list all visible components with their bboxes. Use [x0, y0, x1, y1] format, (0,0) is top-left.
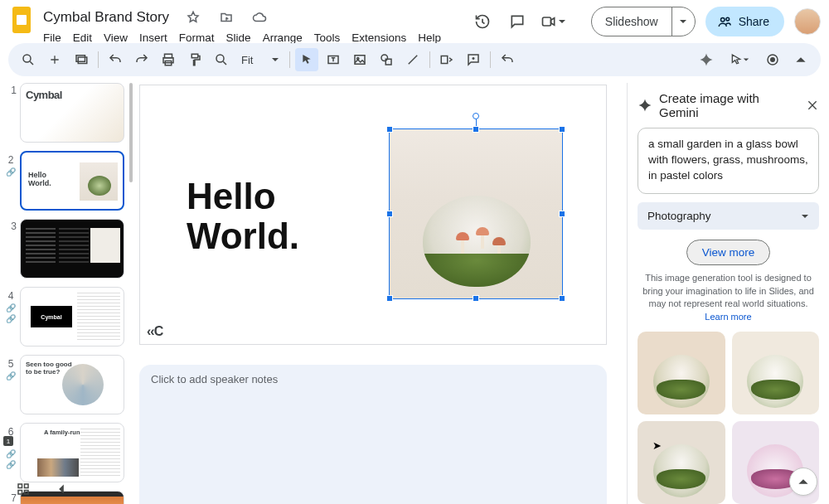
slide-canvas[interactable]: HelloWorld. ‹‹C: [139, 85, 607, 345]
svg-point-15: [381, 55, 388, 61]
resize-handle[interactable]: [386, 295, 393, 302]
speaker-notes[interactable]: Click to add speaker notes: [139, 365, 607, 504]
cloud-status-icon[interactable]: [247, 5, 272, 30]
new-slide-layout-icon[interactable]: [70, 48, 93, 71]
selected-image[interactable]: [389, 128, 563, 299]
undo-icon[interactable]: [104, 48, 127, 71]
resize-handle[interactable]: [386, 126, 393, 133]
link-icon: 🔗: [6, 449, 16, 458]
svg-rect-17: [442, 56, 448, 64]
menu-edit[interactable]: Edit: [73, 32, 92, 44]
new-slide-icon[interactable]: [43, 48, 66, 71]
resize-handle[interactable]: [559, 295, 565, 302]
svg-point-19: [771, 58, 775, 62]
zoom-out-icon[interactable]: [210, 48, 233, 71]
generated-image-1[interactable]: [638, 332, 725, 414]
link-icon: 🔗: [6, 167, 16, 177]
doc-title[interactable]: Cymbal Brand Story: [40, 8, 172, 27]
history-icon[interactable]: [470, 9, 495, 34]
menu-arrange[interactable]: Arrange: [263, 32, 303, 44]
toolbar: Fit: [8, 43, 821, 76]
link-icon: 🔗: [6, 314, 16, 323]
add-comment-icon[interactable]: [462, 48, 485, 71]
slide-thumb-6[interactable]: A family-run group.: [20, 423, 124, 482]
resize-handle[interactable]: [473, 295, 479, 302]
star-icon[interactable]: [181, 5, 206, 30]
grid-view-icon[interactable]: [12, 477, 35, 501]
svg-point-3: [720, 18, 725, 22]
menu-format[interactable]: Format: [179, 32, 215, 44]
resize-handle[interactable]: [559, 211, 565, 217]
share-button[interactable]: Share: [705, 7, 784, 36]
resize-handle[interactable]: [386, 211, 393, 217]
slideshow-button[interactable]: Slideshow: [591, 7, 696, 36]
generated-image-2[interactable]: [732, 332, 820, 414]
slide-thumb-4[interactable]: Cymbal: [20, 287, 124, 346]
slide-thumb-3[interactable]: [20, 219, 124, 279]
cursor-icon: ➤: [652, 439, 662, 452]
transition-icon[interactable]: [435, 48, 458, 71]
menu-file[interactable]: File: [43, 32, 61, 44]
thumb-number: 3: [5, 219, 17, 232]
slide-title[interactable]: HelloWorld.: [187, 177, 299, 255]
slide-thumb-5[interactable]: Seen too goodto be true?: [20, 355, 124, 414]
insert-image-icon[interactable]: [348, 48, 371, 71]
menu-tools[interactable]: Tools: [314, 32, 341, 44]
svg-rect-13: [355, 56, 365, 65]
thumb-number: 1: [5, 83, 17, 96]
scroll-up-button[interactable]: [789, 468, 817, 496]
slideshow-dropdown[interactable]: [671, 7, 695, 36]
filmstrip-scrollbar[interactable]: [129, 83, 133, 182]
slide-thumb-1[interactable]: Cymbal: [20, 83, 124, 143]
resize-handle[interactable]: [559, 126, 565, 133]
prompt-textarea[interactable]: a small garden in a glass bowl with flow…: [638, 128, 819, 194]
paint-format-icon[interactable]: [183, 48, 206, 71]
link-icon: 🔗: [6, 303, 16, 313]
menu-extensions[interactable]: Extensions: [351, 32, 406, 44]
menu-slide[interactable]: Slide: [226, 32, 251, 44]
close-icon[interactable]: [806, 99, 819, 112]
account-avatar[interactable]: [794, 8, 821, 35]
menu-help[interactable]: Help: [418, 32, 441, 44]
print-icon[interactable]: [157, 48, 180, 71]
shape-icon[interactable]: [375, 48, 398, 71]
svg-rect-1: [17, 15, 27, 25]
svg-point-4: [726, 17, 730, 21]
pointer-dropdown-icon[interactable]: [723, 48, 756, 71]
resize-handle[interactable]: [473, 126, 479, 133]
collapse-filmstrip-icon[interactable]: [50, 477, 73, 501]
disclaimer-text: This image generation tool is designed t…: [638, 272, 819, 323]
brand-mark: ‹‹C: [147, 324, 162, 339]
search-menus-icon[interactable]: [17, 48, 40, 71]
zoom-select[interactable]: Fit: [236, 54, 284, 66]
view-more-button[interactable]: View more: [686, 240, 771, 265]
svg-rect-20: [18, 484, 22, 488]
gemini-sidepanel: Create image with Gemini a small garden …: [627, 83, 829, 504]
rotate-handle[interactable]: [473, 113, 479, 119]
reset-image-icon[interactable]: [496, 48, 519, 71]
record-icon[interactable]: [761, 48, 784, 71]
line-icon[interactable]: [401, 48, 424, 71]
menu-view[interactable]: View: [104, 32, 128, 44]
svg-point-11: [216, 55, 224, 62]
collapse-toolbar-icon[interactable]: [789, 48, 812, 71]
svg-point-5: [23, 55, 31, 62]
learn-more-link[interactable]: Learn more: [705, 312, 751, 322]
menu-insert[interactable]: Insert: [139, 32, 167, 44]
filmstrip[interactable]: 1 Cymbal 2 🔗 HelloWorld. 3 4 🔗: [3, 83, 134, 504]
meet-button[interactable]: [540, 13, 581, 30]
generated-image-3[interactable]: [638, 421, 725, 504]
redo-icon[interactable]: [130, 48, 153, 71]
comment-badge[interactable]: 1: [3, 436, 13, 446]
svg-rect-21: [25, 484, 29, 488]
gemini-icon[interactable]: [695, 48, 718, 71]
sidepanel-title: Create image with Gemini: [659, 91, 799, 119]
comments-icon[interactable]: [505, 9, 530, 34]
style-select[interactable]: Photography: [638, 202, 819, 230]
move-icon[interactable]: [214, 5, 239, 30]
slides-logo[interactable]: [7, 5, 36, 35]
thumb-number: 4: [8, 288, 14, 302]
slide-thumb-2[interactable]: HelloWorld.: [20, 151, 124, 211]
textbox-icon[interactable]: [322, 48, 345, 71]
select-tool-icon[interactable]: [295, 48, 318, 71]
